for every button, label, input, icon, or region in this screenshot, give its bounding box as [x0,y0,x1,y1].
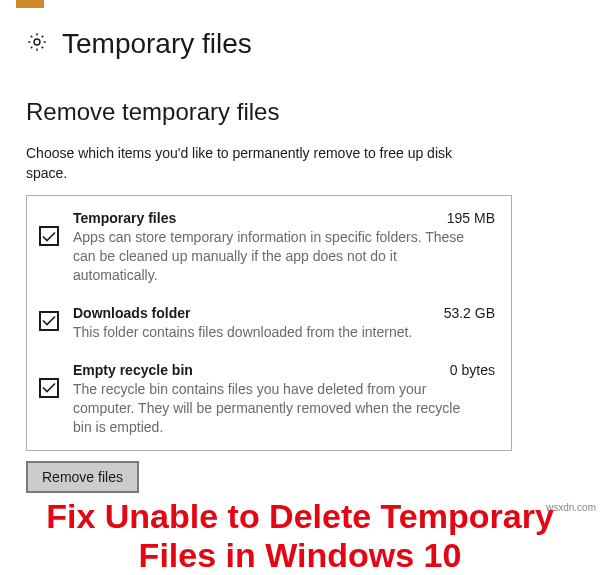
checkbox-recycle-bin[interactable] [39,378,59,398]
item-description: This folder contains files downloaded fr… [73,323,473,342]
list-item: Downloads folder 53.2 GB This folder con… [39,305,495,342]
item-title: Downloads folder [73,305,190,321]
checkbox-temp-files[interactable] [39,226,59,246]
item-head: Temporary files 195 MB [73,210,495,226]
temp-files-list: Temporary files 195 MB Apps can store te… [26,195,512,451]
section-title: Remove temporary files [26,98,574,126]
item-title: Temporary files [73,210,176,226]
remove-files-button[interactable]: Remove files [26,461,139,493]
item-body: Temporary files 195 MB Apps can store te… [73,210,495,285]
item-body: Downloads folder 53.2 GB This folder con… [73,305,495,342]
gear-icon [26,31,48,57]
item-size: 53.2 GB [444,305,495,321]
page-header: Temporary files [26,28,574,60]
item-title: Empty recycle bin [73,362,193,378]
item-head: Empty recycle bin 0 bytes [73,362,495,378]
checkbox-downloads[interactable] [39,311,59,331]
check-icon [42,231,56,242]
list-item: Temporary files 195 MB Apps can store te… [39,210,495,285]
check-icon [42,382,56,393]
svg-point-0 [34,39,40,45]
item-description: The recycle bin contains files you have … [73,380,473,437]
item-body: Empty recycle bin 0 bytes The recycle bi… [73,362,495,437]
item-head: Downloads folder 53.2 GB [73,305,495,321]
article-banner: Fix Unable to Delete Temporary Files in … [0,497,600,575]
settings-page: Temporary files Remove temporary files C… [0,0,600,493]
item-description: Apps can store temporary information in … [73,228,473,285]
item-size: 195 MB [447,210,495,226]
list-item: Empty recycle bin 0 bytes The recycle bi… [39,362,495,437]
check-icon [42,315,56,326]
accent-block [16,0,44,8]
item-size: 0 bytes [450,362,495,378]
section-description: Choose which items you'd like to permane… [26,144,456,183]
page-title: Temporary files [62,28,252,60]
